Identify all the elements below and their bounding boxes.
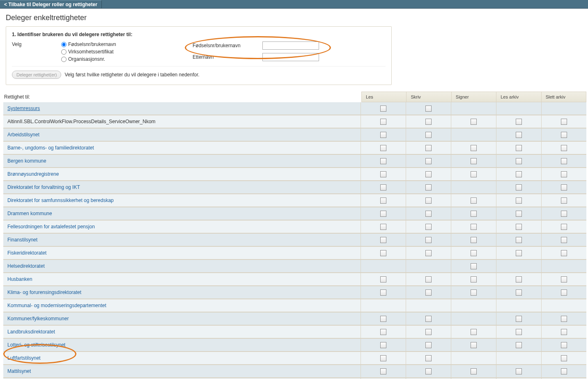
row-link[interactable]: Barne-, ungdoms- og familiedirektoratet xyxy=(7,145,94,151)
checkbox[interactable] xyxy=(561,224,567,230)
checkbox[interactable] xyxy=(380,106,386,112)
checkbox[interactable] xyxy=(380,250,386,256)
checkbox[interactable] xyxy=(425,145,432,151)
radio-fnr[interactable]: Fødselsnr/brukernavn xyxy=(61,41,116,47)
checkbox[interactable] xyxy=(516,119,522,125)
checkbox[interactable] xyxy=(425,289,432,296)
checkbox[interactable] xyxy=(425,198,432,204)
checkbox[interactable] xyxy=(516,276,522,283)
checkbox[interactable] xyxy=(561,316,567,322)
checkbox[interactable] xyxy=(380,316,386,322)
checkbox[interactable] xyxy=(425,158,432,164)
checkbox[interactable] xyxy=(561,250,567,256)
checkbox[interactable] xyxy=(516,368,522,374)
checkbox[interactable] xyxy=(380,237,386,243)
checkbox[interactable] xyxy=(561,368,567,374)
back-link[interactable]: < Tilbake til Deleger roller og rettighe… xyxy=(0,0,102,8)
checkbox[interactable] xyxy=(471,329,477,335)
checkbox[interactable] xyxy=(516,250,522,256)
checkbox[interactable] xyxy=(471,119,477,125)
checkbox[interactable] xyxy=(561,237,567,243)
row-link[interactable]: Kommuner/fylkeskommuner xyxy=(7,316,69,322)
checkbox[interactable] xyxy=(380,119,386,125)
checkbox[interactable] xyxy=(516,237,522,243)
checkbox[interactable] xyxy=(471,145,477,151)
row-link[interactable]: Klima- og forurensingsdirektoratet xyxy=(7,289,81,295)
checkbox[interactable] xyxy=(425,224,432,230)
checkbox[interactable] xyxy=(380,355,386,361)
row-link[interactable]: Kommunal- og moderniseringsdepartementet xyxy=(7,303,106,308)
row-link[interactable]: Finanstilsynet xyxy=(7,237,37,243)
checkbox[interactable] xyxy=(561,355,567,361)
checkbox[interactable] xyxy=(516,171,522,177)
row-link[interactable]: Lotteri- og stiftelsestilsynet xyxy=(7,342,65,348)
checkbox[interactable] xyxy=(516,132,522,138)
checkbox[interactable] xyxy=(425,250,432,256)
row-link[interactable]: Husbanken xyxy=(7,276,32,282)
row-link[interactable]: Helsedirektoratet xyxy=(7,263,45,269)
checkbox[interactable] xyxy=(561,184,567,191)
checkbox[interactable] xyxy=(471,198,477,204)
checkbox[interactable] xyxy=(516,224,522,230)
checkbox[interactable] xyxy=(380,276,386,283)
checkbox[interactable] xyxy=(561,132,567,138)
checkbox[interactable] xyxy=(561,158,567,164)
checkbox[interactable] xyxy=(380,132,386,138)
checkbox[interactable] xyxy=(380,184,386,191)
checkbox[interactable] xyxy=(380,329,386,335)
checkbox[interactable] xyxy=(380,342,386,348)
row-link[interactable]: Landbruksdirektoratet xyxy=(7,329,55,335)
checkbox[interactable] xyxy=(471,276,477,283)
checkbox[interactable] xyxy=(561,289,567,296)
radio-fnr-input[interactable] xyxy=(61,42,67,47)
checkbox[interactable] xyxy=(561,171,567,177)
checkbox[interactable] xyxy=(471,211,477,217)
row-link[interactable]: Arbeidstilsynet xyxy=(7,132,39,138)
checkbox[interactable] xyxy=(471,237,477,243)
row-link[interactable]: Direktoratet for forvaltning og IKT xyxy=(7,184,80,190)
checkbox[interactable] xyxy=(516,289,522,296)
checkbox[interactable] xyxy=(380,145,386,151)
checkbox[interactable] xyxy=(516,158,522,164)
checkbox[interactable] xyxy=(516,145,522,151)
checkbox[interactable] xyxy=(380,224,386,230)
checkbox[interactable] xyxy=(380,368,386,374)
checkbox[interactable] xyxy=(561,276,567,283)
checkbox[interactable] xyxy=(471,171,477,177)
checkbox[interactable] xyxy=(425,211,432,217)
checkbox[interactable] xyxy=(516,342,522,348)
checkbox[interactable] xyxy=(425,184,432,191)
fnr-input[interactable] xyxy=(262,41,319,50)
checkbox[interactable] xyxy=(561,329,567,335)
checkbox[interactable] xyxy=(516,329,522,335)
row-link[interactable]: Mattilsynet xyxy=(7,368,31,374)
checkbox[interactable] xyxy=(425,342,432,348)
row-link[interactable]: Brønnøysundregistrene xyxy=(7,171,59,177)
checkbox[interactable] xyxy=(425,132,432,138)
checkbox[interactable] xyxy=(425,237,432,243)
checkbox[interactable] xyxy=(471,368,477,374)
checkbox[interactable] xyxy=(471,158,477,164)
row-link[interactable]: Bergen kommune xyxy=(7,158,46,164)
checkbox[interactable] xyxy=(425,106,432,112)
lastname-input[interactable] xyxy=(262,53,319,61)
checkbox[interactable] xyxy=(380,171,386,177)
radio-org[interactable]: Organisasjonsnr. xyxy=(61,56,116,62)
checkbox[interactable] xyxy=(561,198,567,204)
row-link[interactable]: Systemressurs xyxy=(7,106,40,111)
checkbox[interactable] xyxy=(471,250,477,256)
row-link[interactable]: Fiskeridirektoratet xyxy=(7,250,46,256)
row-link[interactable]: Luftfartstilsynet xyxy=(7,355,41,361)
checkbox[interactable] xyxy=(516,198,522,204)
checkbox[interactable] xyxy=(380,198,386,204)
checkbox[interactable] xyxy=(425,171,432,177)
row-link[interactable]: Fellesordningen for avtalefestet pensjon xyxy=(7,224,95,230)
checkbox[interactable] xyxy=(425,355,432,361)
checkbox[interactable] xyxy=(561,119,567,125)
checkbox[interactable] xyxy=(425,368,432,374)
checkbox[interactable] xyxy=(380,158,386,164)
radio-virk[interactable]: Virksomhetssertifikat xyxy=(61,49,116,55)
checkbox[interactable] xyxy=(471,224,477,230)
checkbox[interactable] xyxy=(561,211,567,217)
radio-virk-input[interactable] xyxy=(61,49,67,55)
